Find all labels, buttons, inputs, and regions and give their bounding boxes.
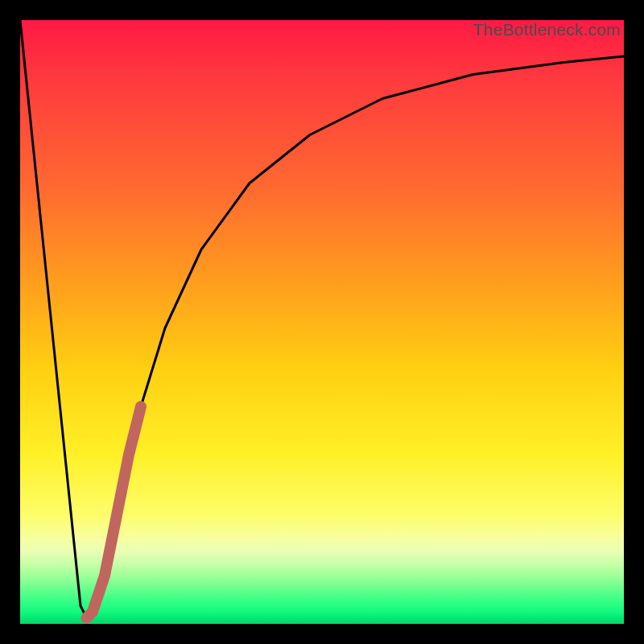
curve-layer — [20, 20, 624, 624]
chart-frame: TheBottleneck.com — [0, 0, 644, 644]
highlight-segment — [87, 407, 142, 618]
plot-area: TheBottleneck.com — [20, 20, 624, 624]
